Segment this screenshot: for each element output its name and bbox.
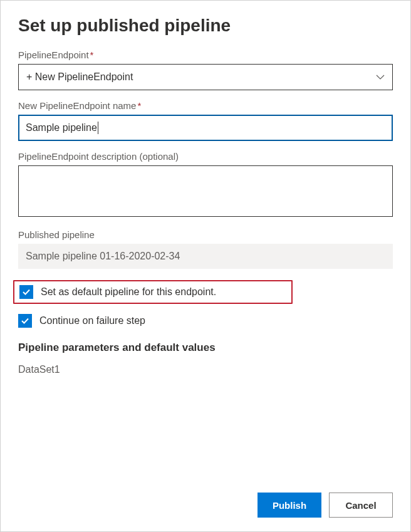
required-asterisk: * [90, 50, 94, 60]
set-default-label: Set as default pipeline for this endpoin… [41, 286, 216, 298]
set-default-checkbox-row[interactable]: Set as default pipeline for this endpoin… [13, 280, 293, 304]
continue-on-failure-label: Continue on failure step [39, 315, 145, 326]
endpoint-label: PipelineEndpoint* [18, 50, 393, 60]
continue-on-failure-checkbox-row[interactable]: Continue on failure step [18, 311, 393, 330]
continue-on-failure-checkbox[interactable] [18, 314, 32, 328]
endpoint-dropdown-value: + New PipelineEndpoint [26, 71, 133, 83]
dialog-title: Set up published pipeline [18, 16, 393, 36]
endpoint-name-label-text: New PipelineEndpoint name [18, 100, 136, 111]
cancel-button[interactable]: Cancel [329, 493, 393, 518]
published-pipeline-value: Sample pipeline 01-16-2020-02-34 [18, 244, 393, 269]
chevron-down-icon [376, 73, 385, 81]
required-asterisk: * [137, 100, 141, 111]
check-icon [21, 316, 29, 325]
publish-button[interactable]: Publish [258, 493, 321, 518]
parameters-heading: Pipeline parameters and default values [18, 342, 393, 354]
check-icon [22, 288, 31, 296]
dialog-footer: Publish Cancel [258, 493, 393, 518]
text-cursor [98, 122, 98, 134]
endpoint-description-input[interactable] [18, 165, 393, 217]
endpoint-name-value: Sample pipeline [26, 122, 97, 133]
endpoint-dropdown[interactable]: + New PipelineEndpoint [18, 64, 393, 90]
endpoint-label-text: PipelineEndpoint [18, 50, 89, 60]
set-default-checkbox[interactable] [19, 285, 33, 299]
endpoint-description-label: PipelineEndpoint description (optional) [18, 151, 393, 162]
endpoint-name-input[interactable]: Sample pipeline [18, 115, 393, 141]
endpoint-name-label: New PipelineEndpoint name* [18, 100, 393, 111]
published-pipeline-label: Published pipeline [18, 229, 393, 240]
parameter-item: DataSet1 [18, 364, 393, 375]
